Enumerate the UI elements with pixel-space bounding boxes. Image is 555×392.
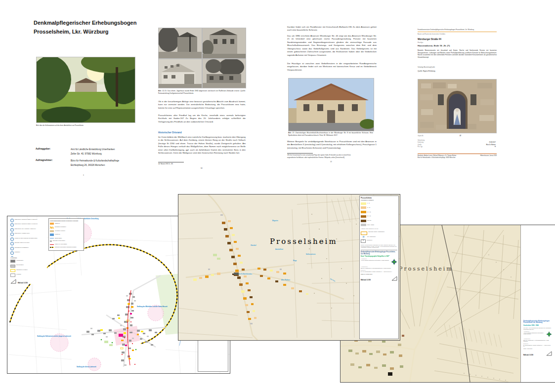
footnote: 167 Bemel 1992 S. 191 [158, 163, 217, 165]
footnote-line2: angeordneten fischblasen- oder tropfenäh… [287, 157, 375, 158]
di-kultur-legend: Kulturlandschaftselemente besonderer Eig… [48, 218, 84, 251]
house-number-sample: 22 [361, 236, 366, 238]
photos-caption: Abb. 12-15: Das ehem. Jägerhaus wurde En… [158, 90, 246, 95]
buero-logo-icon [391, 259, 397, 265]
legend-item: ehemaliger Weinberg [50, 230, 83, 232]
legend-label: Hauptgebäude [16, 260, 23, 261]
ura-map-name: Prosselsheim [399, 266, 453, 272]
legend-label: historische Trockenmauer [53, 240, 65, 241]
legend-label: Bachgewässer [55, 237, 62, 239]
footnote-rule [287, 153, 313, 154]
legend-swatch [10, 260, 15, 263]
row-value: 23.08.2017 [489, 142, 496, 143]
legend-swatch [10, 269, 15, 272]
contractor-label: Auftragnehmer: [361, 266, 368, 267]
report-title-line2: Prosselsheim, Lkr. Würzburg [34, 29, 109, 35]
class-item: über 50 [361, 219, 397, 222]
site-legend-item: 7 Schlosswiesen mit Ehgraben [10, 247, 47, 250]
extra-label-3: Flurparzelle [367, 239, 372, 241]
building-photo [288, 78, 374, 131]
row-value: Büro Dr. Büttner [486, 144, 496, 146]
site-number-badge: 2 [10, 223, 14, 227]
titleblock-subtitle: Uraufnahme 1836 - 1864 [523, 325, 552, 326]
site-number-badge: 4 [10, 233, 14, 236]
outline-swatch [361, 232, 367, 235]
site-legend-item: 2 Straßenraum "Würzburger Straße" im Unt… [10, 223, 47, 227]
page-number: 1 [83, 174, 84, 176]
madonna-niche-photo [418, 79, 497, 133]
objnr-label: Objekt-Nr. [418, 135, 424, 137]
site-legend-item: 5 Kirchhof der kath. Pfarrkirche St. Bar… [10, 237, 47, 241]
row-label: Quelle [418, 144, 422, 146]
report-title-line1: Denkmalpflegerischer Erhebungsbogen [34, 20, 136, 26]
legend-title: Prosselsheim [361, 197, 397, 199]
table-row: Quelle Büro Dr. Büttner [418, 144, 496, 146]
legend-swatch [50, 247, 54, 248]
legend-item: Nutzgärten/Hausgärten [50, 226, 83, 228]
contractor-line1: Büro für Heimatkunde & Kulturlandschafts… [71, 159, 119, 162]
legend-label: Nebengebäude [16, 264, 24, 266]
client-text: Amt für Ländliche Entwicklung Unterfrank… [523, 332, 544, 335]
map-label-ehgarten: Ehgarten [272, 220, 278, 222]
class-swatch [361, 224, 366, 226]
legend-item: Löschteich [50, 234, 83, 235]
extra-item-2: 22 alte Hausnummer [361, 236, 397, 238]
client-line2: Zeller Str. 40, 97082 Würzburg [71, 152, 102, 156]
legend-swatch [50, 244, 54, 245]
building-photo-caption: Abb. 21: Zweistöckiges Muschelkalk-Bruch… [288, 132, 373, 137]
legend-item: Trasse der Hohen Straße [50, 243, 83, 245]
bodendenkmal-label-3: Siedlung der Hallstattzeit und der jünge… [37, 336, 71, 337]
form-footer-right: Hilmershausen, Januar 2018 [467, 155, 497, 157]
site-label: Straßenraum "Würzburger Straße" im Unter… [15, 223, 38, 225]
client-text: Amt für Ländliche Entwicklung Unterfrank… [361, 260, 389, 261]
site-label: Schlosswiesen mit Ehgraben [15, 247, 29, 248]
footnote-line1: 190 Der Dreischneuß ist eine ornamentale… [287, 154, 375, 156]
extra-label-2: alte Hausnummer [367, 236, 376, 237]
site-label: Kirchhof der kath. Pfarrkirche St. Barth… [15, 237, 38, 239]
site-legend-item: 8 Pfarrgarten [10, 251, 47, 255]
site-label: Pfarrgarten [15, 251, 20, 253]
legend-label: ehemaliger Weinberg [55, 230, 65, 232]
historic-photo-2 [202, 28, 246, 59]
date-text: Stand: August 2017 [523, 348, 552, 350]
legend-label: historische Nebenbahn (Mainschleifen-Bah… [55, 246, 77, 248]
collage-canvas: Denkmalpflegerischer Erhebungsbogen Pros… [0, 0, 555, 392]
class-swatch [361, 215, 366, 218]
legend-swatch [50, 227, 54, 229]
titleblock-heading: Denkmalpflegerischer Erhebungsbogen Pros… [361, 251, 397, 255]
paragraph: Das um 1880 errichtete Anwesen Würzburge… [287, 35, 377, 57]
legend-item: historische Nebenbahn (Mainschleifen-Bah… [50, 246, 83, 248]
legend-swatch [10, 274, 15, 276]
legend-item: Obstwiese [50, 223, 83, 225]
footer-line2: Büro für Heimatkunde u. Kulturlandschaft… [418, 157, 474, 159]
titleblock-heading: Denkmalpflegerischer Erhebungsbogen Pros… [523, 320, 552, 324]
kultur-header: Kulturlandschaftselemente besonderer Eig… [50, 220, 83, 222]
cover-photo-landscape [36, 57, 135, 123]
legend-item: Bachgewässer [50, 237, 83, 239]
legend-item: Flurstücke [10, 274, 47, 276]
contractor-label: Auftragnehmer: [36, 159, 52, 161]
editors-text: Dr. Thomas Büttner, Michael Wittmann M.A… [523, 345, 551, 347]
map-label-schlosswiesen: Schlosswiesen [306, 254, 315, 255]
ura-title-strip: Denkmalpflegerischer Erhebungsbogen Pros… [520, 225, 555, 382]
site-number-badge: 3 [10, 228, 14, 232]
map-label-amtskellerei: Amtskellerei [275, 249, 283, 250]
extra-label-1: nach 1850 erbaute Hauptgebäude [368, 231, 384, 233]
contractor-text: Büro für Heimatkunde & Kulturlandschafts… [361, 268, 391, 269]
legend-item: Nebengebäude [10, 264, 47, 267]
paragraph: Prosselsheims alter Friedhof lag um die … [158, 114, 246, 123]
class-swatch [361, 206, 366, 209]
class-item: 20 - 50 [361, 215, 397, 218]
editors-label: Bearbeiter: [361, 270, 366, 271]
contractor-label: Auftragnehmer: [523, 338, 530, 339]
editors-label: Bearbeiter: [523, 343, 528, 344]
map-label-riege: Riege [293, 260, 297, 262]
legend-label: Nutzgärten/Hausgärten [55, 226, 66, 228]
form-section-label: Bauten und Räume des historischen Ortsbi… [418, 34, 445, 35]
object-type-label: Hausfigur [418, 42, 424, 43]
row-value: H [495, 146, 496, 148]
client-label: Auftraggeber: [523, 331, 530, 332]
bodendenkmal-label-2: Siedlung des Mittelalters und der frühen… [137, 306, 168, 308]
di-scale: Maßstab 1:2.500 [10, 279, 47, 284]
scale-text: Maßstab 1:2.500 [523, 354, 533, 356]
